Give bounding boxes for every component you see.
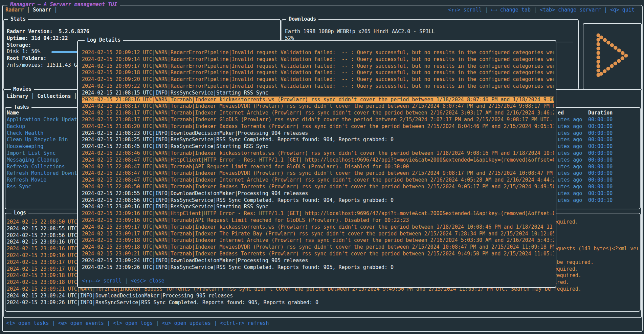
stats-panel-title: Stats xyxy=(8,16,28,23)
task-duration-value: 00:00:10 xyxy=(588,197,613,203)
task-queued-duration-row: utes ago00:00:00 xyxy=(558,170,636,177)
task-queued-value: utes ago xyxy=(558,137,588,143)
log-detail-line-selected[interactable]: 2024-02-15 21:08:16 UTC|WARN|Torznab|Ind… xyxy=(82,97,554,103)
movies-tabs: Library│Collections│ xyxy=(7,93,80,100)
log-detail-line[interactable]: 2024-02-15 21:08:15 UTC|INFO|RssSyncServ… xyxy=(82,90,554,97)
task-queued-duration-row: utes ago00:00:00 xyxy=(558,137,636,143)
task-queued-duration-row: utes ago00:00:00 xyxy=(558,177,636,184)
movies-tab-library[interactable]: Library xyxy=(7,93,28,99)
log-detail-line[interactable]: 2024-02-15 20:09:22 UTC|WARN|RadarrError… xyxy=(82,83,554,90)
task-queued-value: utes ago xyxy=(558,190,588,197)
task-duration-value: 00:00:00 xyxy=(588,143,613,149)
log-detail-line[interactable]: 2024-02-15 21:08:17 UTC|WARN|Torznab|Ind… xyxy=(82,117,554,123)
task-queued-duration-row: utes ago00:00:00 xyxy=(558,184,636,190)
task-queued-value: utes ago xyxy=(558,164,588,170)
task-duration-value: 00:00:00 xyxy=(588,184,613,190)
task-queued-value: utes ago xyxy=(558,184,588,190)
log-details-modal: Log Details 2024-02-15 20:09:12 UTC|WARN… xyxy=(77,40,556,288)
bottom-keybinds: <t> open tasks | <e> open events | <l> o… xyxy=(6,320,269,327)
task-queued-duration-list: utes ago00:00:00utes ago00:00:00utes ago… xyxy=(558,117,636,204)
log-detail-line[interactable]: 2024-02-15 23:09:16 UTC|WARN|Torznab|API… xyxy=(82,217,554,224)
movies-tab-collections[interactable]: Collections xyxy=(37,93,71,99)
top-keybinds: <↑↓> scroll | ←→ change tab | <tab> chan… xyxy=(448,7,635,14)
task-duration-value: 00:00:00 xyxy=(588,190,613,196)
tab-radarr[interactable]: Radarr xyxy=(5,7,24,13)
task-duration-value: 00:00:00 xyxy=(588,137,613,143)
task-queued-value: utes ago xyxy=(558,117,588,123)
log-detail-line[interactable]: 2024-02-15 20:09:14 UTC|WARN|RadarrError… xyxy=(82,56,554,63)
log-line[interactable]: 2024-02-15 23:09:24 UTC|INFO|DownloadDec… xyxy=(7,293,638,299)
log-detail-line[interactable]: 2024-02-15 22:08:47 UTC|WARN|Torznab|API… xyxy=(82,164,554,170)
task-queued-value: utes ago xyxy=(558,157,588,164)
log-detail-line[interactable]: 2024-02-15 20:09:18 UTC|WARN|RadarrError… xyxy=(82,69,554,76)
log-detail-line[interactable]: 2024-02-15 22:08:47 UTC|WARN|HttpClient|… xyxy=(82,157,554,164)
task-queued-value: utes ago xyxy=(558,130,588,137)
log-detail-line[interactable]: 2024-02-15 20:09:12 UTC|WARN|RadarrError… xyxy=(82,49,554,56)
task-duration-value: 00:00:00 xyxy=(588,177,613,183)
log-detail-line[interactable]: 2024-02-15 22:08:50 UTC|WARN|Torznab|Ind… xyxy=(82,184,554,190)
log-detail-line[interactable]: 2024-02-15 21:08:23 UTC|INFO|DownloadDec… xyxy=(82,130,554,137)
download-item[interactable]: Earth 1998 1080p WEBRip x265 Hindi AAC2.… xyxy=(285,28,576,35)
log-detail-line[interactable]: 2024-02-15 22:08:47 UTC|WARN|Torznab|Ind… xyxy=(82,170,554,177)
log-detail-line[interactable]: 2024-02-15 23:09:16 UTC|WARN|HttpClient|… xyxy=(82,210,554,217)
task-queued-value: utes ago xyxy=(558,123,588,130)
task-queued-duration-row: utes ago00:00:00 xyxy=(558,150,636,157)
task-queued-value: utes ago xyxy=(558,170,588,177)
task-duration-value: 00:00:00 xyxy=(588,130,613,136)
logo-panel xyxy=(583,23,642,90)
task-queued-duration-row: utes ago00:00:00 xyxy=(558,157,636,164)
tasks-duration-header: Duration xyxy=(588,110,613,116)
task-queued-duration-row: utes ago00:00:00 xyxy=(558,117,636,123)
log-detail-line[interactable]: 2024-02-15 23:09:17 UTC|WARN|Torznab|Ind… xyxy=(82,224,554,231)
logs-panel-title: Logs xyxy=(12,210,28,216)
log-detail-line[interactable]: 2024-02-15 23:09:18 UTC|WARN|Torznab|Ind… xyxy=(82,244,554,251)
log-detail-line[interactable]: 2024-02-15 22:08:45 UTC|INFO|RssSyncServ… xyxy=(82,143,554,150)
log-detail-line[interactable]: 2024-02-15 23:09:18 UTC|WARN|Torznab|Ind… xyxy=(82,237,554,244)
task-duration-value: 00:00:00 xyxy=(588,157,613,163)
downloads-panel-title: Downloads xyxy=(286,16,318,23)
task-duration-value: 00:00:00 xyxy=(588,123,613,129)
log-detail-line[interactable]: 2024-02-15 20:09:20 UTC|WARN|RadarrError… xyxy=(82,76,554,83)
log-detail-line[interactable]: 2024-02-15 23:09:16 UTC|INFO|RssSyncServ… xyxy=(82,204,554,210)
tasks-columns-header: edDuration xyxy=(558,110,613,117)
log-detail-line[interactable]: 2024-02-15 22:08:46 UTC|WARN|Torznab|Ind… xyxy=(82,150,554,157)
managarr-app: Managarr – A Servarr management TUI Rada… xyxy=(0,0,644,334)
log-detail-line[interactable]: 2024-02-15 22:08:47 UTC|WARN|Torznab|Ind… xyxy=(82,177,554,184)
tab-divider: │ xyxy=(51,7,60,13)
task-duration-value: 00:00:00 xyxy=(588,170,613,176)
task-queued-duration-row: utes ago00:00:00 xyxy=(558,164,636,170)
log-detail-line[interactable]: 2024-02-15 23:09:21 UTC|WARN|Torznab|Ind… xyxy=(82,251,554,257)
log-detail-line[interactable]: 2024-02-15 21:08:17 UTC|WARN|Torznab|Ind… xyxy=(82,103,554,110)
tasks-queued-header: ed xyxy=(558,110,588,117)
modal-keybinds: <↑↓←→> scroll | <esc> close xyxy=(82,278,164,285)
log-detail-line[interactable]: 2024-02-15 23:09:24 UTC|INFO|DownloadDec… xyxy=(82,257,554,264)
task-queued-value: utes ago xyxy=(558,177,588,184)
task-queued-value: utes ago xyxy=(558,143,588,150)
tab-sonarr[interactable]: Sonarr xyxy=(33,7,51,13)
log-detail-line[interactable]: 2024-02-15 21:08:17 UTC|WARN|Torznab|Ind… xyxy=(82,110,554,117)
task-queued-duration-row: utes ago00:00:00 xyxy=(558,190,636,197)
tab-divider: │ xyxy=(28,93,37,99)
movies-panel-title: Movies xyxy=(11,86,34,93)
log-detail-line[interactable]: 2024-02-15 22:08:56 UTC|INFO|RssSyncServ… xyxy=(82,197,554,204)
log-details-line-list: 2024-02-15 20:09:12 UTC|WARN|RadarrError… xyxy=(82,49,554,271)
task-duration-value: 00:00:00 xyxy=(588,117,613,123)
log-detail-line[interactable]: 2024-02-15 21:08:20 UTC|WARN|Torznab|Ind… xyxy=(82,123,554,130)
task-duration-value: 00:00:00 xyxy=(588,150,613,156)
task-queued-duration-row: utes ago00:00:10 xyxy=(558,197,636,204)
task-queued-value: utes ago xyxy=(558,150,588,157)
log-detail-line[interactable]: 2024-02-15 22:08:55 UTC|INFO|DownloadDec… xyxy=(82,190,554,197)
managarr-play-logo-icon xyxy=(588,26,636,85)
tasks-name-header: Name xyxy=(7,110,19,117)
task-queued-duration-row: utes ago00:00:00 xyxy=(558,123,636,130)
log-detail-line[interactable]: 2024-02-15 20:09:17 UTC|WARN|RadarrError… xyxy=(82,63,554,70)
log-line[interactable]: 2024-02-15 23:09:26 UTC|INFO|RssSyncServ… xyxy=(7,299,638,306)
log-detail-line[interactable]: 2024-02-15 23:09:17 UTC|WARN|Torznab|Ind… xyxy=(82,231,554,237)
stats-version: Radarr Version: 5.2.6.8376 xyxy=(7,28,278,35)
task-queued-duration-row: utes ago00:00:00 xyxy=(558,143,636,150)
log-details-modal-title: Log Details xyxy=(85,37,123,44)
servarr-tabs: Radarr│Sonarr│ xyxy=(5,7,60,14)
task-queued-value: utes ago xyxy=(558,197,588,204)
log-detail-line[interactable]: 2024-02-15 23:09:26 UTC|INFO|RssSyncServ… xyxy=(82,264,554,271)
log-detail-line[interactable]: 2024-02-15 21:08:25 UTC|INFO|RssSyncServ… xyxy=(82,137,554,143)
